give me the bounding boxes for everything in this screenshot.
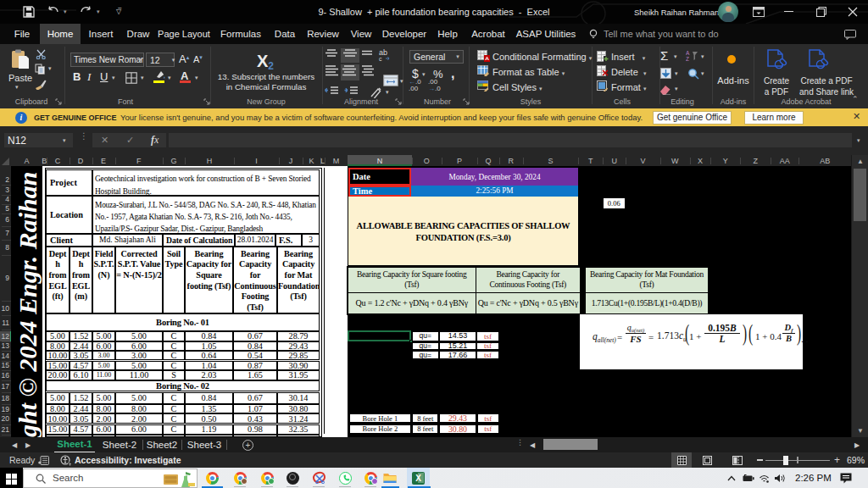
svg-text:Z: Z [686, 56, 689, 62]
svg-text:A: A [686, 50, 690, 56]
svg-text:c: c [379, 56, 382, 62]
